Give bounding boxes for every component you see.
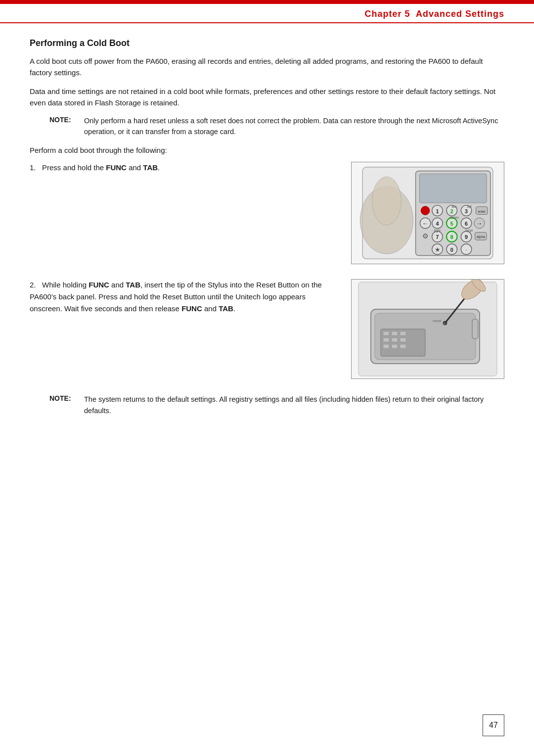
svg-text:7: 7 [436,234,439,240]
note1-text: Only perform a hard reset unless a soft … [84,115,504,138]
svg-text:alpha: alpha [477,235,485,239]
chapter-title-label: Advanced Settings [416,9,504,19]
svg-text:4: 4 [436,221,439,227]
step2-suffix: . [233,304,235,313]
svg-text:1: 1 [436,208,439,214]
svg-text:pgrs: pgrs [434,229,441,233]
svg-rect-50 [400,331,406,335]
keypad-image-box: 1 2 abc 3 def enter [351,162,504,264]
perform-para: Perform a cold boot through the followin… [30,144,504,156]
step1-and: and [127,163,143,172]
step2-func: FUNC [89,281,109,289]
svg-rect-51 [383,338,389,342]
step2-func2: FUNC [181,304,202,313]
svg-text:2: 2 [450,208,453,214]
svg-text:enter: enter [478,210,486,213]
svg-rect-56 [400,344,406,348]
svg-text:def: def [467,205,472,208]
header-bar [0,0,534,4]
svg-text:0: 0 [450,247,453,253]
para1: A cold boot cuts off power from the PA60… [30,55,504,79]
section-title: Performing a Cold Boot [30,38,504,48]
svg-text:abc: abc [451,205,457,208]
note1-block: NOTE: Only perform a hard reset unless a… [49,115,504,138]
step2-num: 2. [30,281,40,289]
svg-text:⚙: ⚙ [422,233,429,240]
svg-point-4 [372,177,401,225]
step2-row: 2. While holding FUNC and TAB, insert th… [30,279,504,379]
para2: Data and time settings are not retained … [30,86,504,109]
step1-row: 1. Press and hold the FUNC and TAB. [30,162,504,264]
svg-point-5 [421,206,430,215]
svg-rect-52 [392,338,398,342]
svg-text:reset: reset [433,319,442,323]
page-number: 47 [483,714,504,736]
svg-rect-48 [383,331,389,335]
svg-text:stereo: stereo [449,216,459,219]
step2-tab2: TAB [219,304,233,313]
step1-func: FUNC [106,163,127,172]
step1-num: 1. [30,163,40,172]
svg-rect-64 [472,319,478,339]
note2-text: The system returns to the default settin… [84,394,504,416]
keypad-svg: 1 2 abc 3 def enter [356,162,499,264]
stylus-image-box: reset [351,279,504,379]
note1-label: NOTE: [49,115,84,138]
step2-and1: and [109,281,126,289]
svg-rect-53 [400,338,406,342]
step1-prefix: Press and hold the [42,163,106,172]
svg-text:←: ← [422,220,429,227]
svg-text:3: 3 [465,208,468,214]
note2-label: NOTE: [49,394,84,416]
chapter-heading: Chapter 5 Advanced Settings [365,9,504,19]
chapter-num-label: Chapter 5 [365,9,410,19]
step2-tab: TAB [126,281,140,289]
svg-rect-55 [392,344,398,348]
step1-text: 1. Press and hold the FUNC and TAB. [30,162,336,174]
stylus-svg: reset [356,280,499,378]
svg-text:6: 6 [465,221,468,227]
svg-text:5: 5 [450,221,453,227]
step1-tab: TAB [143,163,158,172]
svg-text:★: ★ [435,246,441,253]
svg-text:8: 8 [450,234,453,240]
svg-text:9: 9 [465,234,468,240]
svg-text:→: → [476,220,483,227]
step1-suffix: . [158,163,160,172]
step2-p1: While holding [42,281,89,289]
header-title-row: Chapter 5 Advanced Settings [0,4,534,23]
main-content: Performing a Cold Boot A cold boot cuts … [0,23,534,453]
step2-text: 2. While holding FUNC and TAB, insert th… [30,279,336,315]
svg-text:·: · [465,246,467,253]
svg-text:wxyz: wxyz [465,229,473,233]
svg-rect-2 [419,174,487,203]
svg-rect-54 [383,344,389,348]
step2-and2: and [202,304,219,313]
page: Chapter 5 Advanced Settings Performing a… [0,0,534,756]
note2-block: NOTE: The system returns to the default … [49,394,504,416]
svg-rect-49 [392,331,398,335]
